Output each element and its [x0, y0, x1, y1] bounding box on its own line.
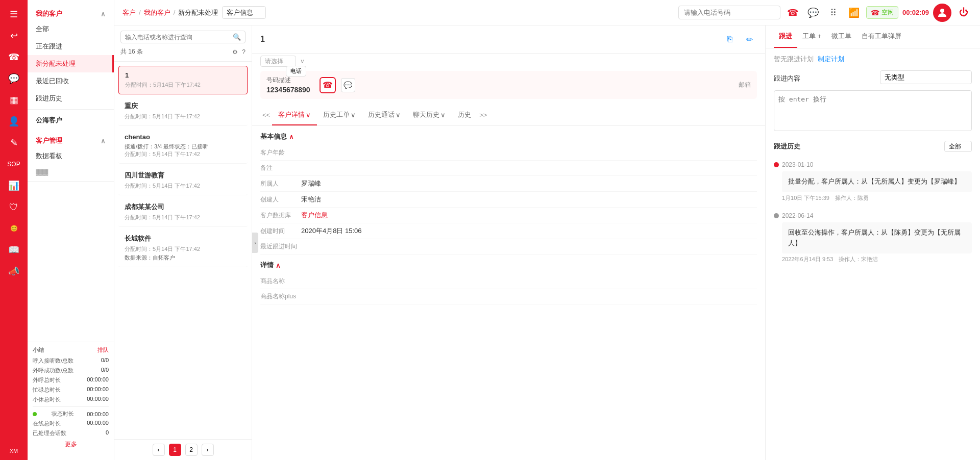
- user-avatar[interactable]: [933, 4, 951, 22]
- basic-info-section-title[interactable]: 基本信息 ∧: [260, 132, 757, 141]
- grid-icon[interactable]: ▦: [5, 91, 23, 109]
- data-icon[interactable]: 📊: [5, 176, 23, 195]
- make-plan-link[interactable]: 制定计划: [818, 55, 844, 64]
- followup-textarea[interactable]: [774, 90, 972, 131]
- prev-page-btn[interactable]: ‹: [153, 444, 165, 456]
- shield-icon[interactable]: 🛡: [5, 198, 23, 216]
- svg-point-0: [940, 9, 944, 13]
- page-2-btn[interactable]: 2: [185, 444, 198, 456]
- date-dot-gray: [774, 213, 779, 218]
- followup-tab-micro-ticket[interactable]: 微工单: [826, 25, 856, 48]
- sidebar-item-recent-recovered[interactable]: 最近已回收: [28, 72, 114, 90]
- customer-mgmt-section: 客户管理 ∧: [28, 132, 114, 147]
- search-input[interactable]: [125, 34, 231, 41]
- followup-tabs: 跟进 工单 + 微工单 自有工单弹屏: [766, 25, 980, 48]
- history-meta-1: 1月10日 下午15:39 操作人：陈勇: [782, 194, 972, 202]
- tab-customer-detail[interactable]: 客户详情 ∨: [272, 105, 317, 125]
- history-filter-select[interactable]: 全部: [944, 141, 972, 152]
- phone-info-card: 电话 号码描述 12345678890 ☎ 💬 邮箱: [260, 71, 757, 99]
- customer-list-panel: 🔍 共 16 条 ⚙ ? 1 分配时间：5月14日 下午17:42: [114, 25, 252, 460]
- search-icon[interactable]: 🔍: [233, 33, 241, 41]
- message-sms-icon[interactable]: 💬: [341, 78, 355, 92]
- help-icon[interactable]: ?: [242, 48, 246, 56]
- power-icon[interactable]: ⏻: [955, 5, 972, 21]
- phone-icon[interactable]: ☎: [5, 48, 23, 66]
- list-panel-header: 🔍 共 16 条 ⚙ ?: [114, 25, 252, 62]
- wifi-icon[interactable]: 📶: [846, 5, 862, 21]
- menu-icon[interactable]: ☰: [5, 5, 23, 23]
- list-pagination: ‹ 1 2 ›: [114, 439, 252, 460]
- tab-prev-nav[interactable]: <<: [260, 106, 272, 125]
- list-item[interactable]: 长城软件 分配时间：5月14日 下午17:42 数据来源：自拓客户: [118, 229, 248, 267]
- xm-label: XM: [7, 447, 21, 455]
- followup-tab-own-ticket[interactable]: 自有工单弹屏: [856, 25, 906, 48]
- history-content-2: 回收至公海操作，客户所属人：从【陈勇】变更为【无所属人】: [782, 222, 972, 254]
- details-section: 详情 ∧ 商品名称 商品名称plus: [260, 261, 757, 304]
- filter-icon[interactable]: ⚙: [232, 48, 238, 56]
- sidebar-icon-panel: ☰ ↩ ☎ 💬 ▦ 👤 ✎ SOP 📊 🛡 😊 📖 📣 XM: [0, 0, 28, 460]
- sidebar-item-data-dashboard[interactable]: 数据看板: [28, 147, 114, 165]
- detail-content: 基本信息 ∧ 客户年龄 备注 所属人 罗瑞峰 创建人 宋艳洁: [252, 126, 765, 460]
- page-1-btn[interactable]: 1: [169, 444, 181, 456]
- my-customers-section: 我的客户 ∧: [28, 5, 114, 20]
- sidebar-item-more-item[interactable]: ▓▓▓: [28, 165, 114, 179]
- tab-history-tickets[interactable]: 历史工单 ∨: [317, 105, 362, 125]
- tab-next-nav[interactable]: >>: [477, 106, 489, 125]
- select-row: 请选择 ∨: [252, 54, 765, 71]
- sidebar-item-following[interactable]: 正在跟进: [28, 38, 114, 55]
- age-row: 客户年龄: [260, 145, 757, 161]
- back-icon[interactable]: ↩: [5, 27, 23, 45]
- tab-chat-history[interactable]: 聊天历史 ∨: [407, 105, 452, 125]
- phone-desc-label: 号码描述: [266, 76, 310, 85]
- main-content: 客户 / 我的客户 / 新分配未处理 客户信息 ☎ 💬 ⠿ 📶 ☎ 空闲 00:…: [114, 0, 980, 460]
- sop-label[interactable]: SOP: [5, 155, 23, 173]
- date-dot-red: [774, 162, 779, 167]
- email-label: 邮箱: [739, 81, 751, 89]
- grid-apps-icon[interactable]: ⠿: [825, 5, 842, 21]
- left-collapse-toggle[interactable]: ›: [252, 233, 258, 253]
- list-item[interactable]: 四川世游教育 分配时间：5月14日 下午17:42: [118, 166, 248, 195]
- sidebar-item-unassigned[interactable]: 新分配未处理: [28, 55, 114, 72]
- breadcrumb-customers[interactable]: 客户: [122, 8, 136, 17]
- edit-icon[interactable]: ✎: [5, 134, 23, 152]
- list-item[interactable]: 成都某某公司 分配时间：5月14日 下午17:42: [118, 197, 248, 227]
- details-section-title[interactable]: 详情 ∧: [260, 261, 757, 270]
- call-button[interactable]: ☎: [320, 77, 336, 93]
- tab-history-short[interactable]: 历史: [452, 105, 477, 125]
- sidebar-item-all[interactable]: 全部: [28, 20, 114, 38]
- chat-icon[interactable]: 💬: [5, 69, 23, 88]
- header-dropdown[interactable]: 客户信息: [222, 6, 266, 19]
- followup-content: 暂无跟进计划 制定计划 跟进内容 无类型 跟进历史: [766, 48, 980, 460]
- public-customers-section: 公海客户: [28, 112, 114, 129]
- list-item[interactable]: 重庆 分配时间：5月14日 下午17:42: [118, 96, 248, 126]
- list-item[interactable]: 1 分配时间：5月14日 下午17:42: [118, 66, 248, 94]
- followup-tab-ticket[interactable]: 工单 +: [797, 25, 826, 48]
- detail-edit-icon[interactable]: ✏: [742, 32, 757, 47]
- detail-tabs: << 客户详情 ∨ 历史工单 ∨ 历史通话 ∨: [252, 105, 765, 126]
- next-page-btn[interactable]: ›: [202, 444, 214, 456]
- follow-content-header: 跟进内容 无类型: [774, 68, 972, 86]
- book-icon[interactable]: 📖: [5, 241, 23, 259]
- count-text: 共 16 条: [120, 47, 143, 56]
- message-icon[interactable]: 💬: [805, 5, 821, 21]
- list-item[interactable]: chentao 接通/拨打：3/4 最终状态：已接听 分配时间：5月14日 下午…: [118, 128, 248, 164]
- phone-dial-icon[interactable]: ☎: [785, 5, 801, 21]
- follow-content-label: 跟进内容: [774, 74, 800, 83]
- nav-divider-2: [28, 181, 114, 182]
- breadcrumb-my-customers[interactable]: 我的客户: [144, 8, 170, 17]
- user-icon[interactable]: 👤: [5, 112, 23, 131]
- tab-history-calls[interactable]: 历史通话 ∨: [362, 105, 407, 125]
- followup-tab-followup[interactable]: 跟进: [774, 25, 797, 48]
- follow-type-select[interactable]: 无类型: [880, 70, 972, 84]
- detail-copy-icon[interactable]: ⎘: [722, 32, 738, 47]
- history-meta-2: 2022年6月14日 9:53 操作人：宋艳洁: [782, 255, 972, 263]
- top-header: 客户 / 我的客户 / 新分配未处理 客户信息 ☎ 💬 ⠿ 📶 ☎ 空闲 00:…: [114, 0, 980, 25]
- nav-sidebar: 我的客户 ∧ 全部 正在跟进 新分配未处理 最近已回收 跟进历史 公海客户 客户…: [28, 0, 114, 460]
- phone-input[interactable]: [678, 6, 780, 19]
- unknown-icon[interactable]: 😊: [5, 219, 23, 238]
- more-button[interactable]: 更多: [33, 438, 109, 451]
- speaker-icon[interactable]: 📣: [5, 262, 23, 280]
- status-dot: [33, 412, 37, 416]
- sidebar-item-follow-history[interactable]: 跟进历史: [28, 90, 114, 107]
- status-select[interactable]: 请选择: [260, 56, 296, 67]
